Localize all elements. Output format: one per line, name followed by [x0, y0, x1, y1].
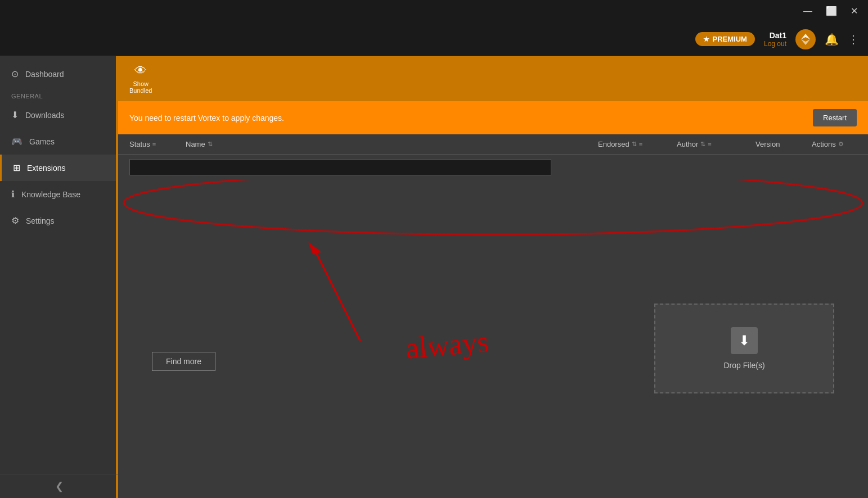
more-menu-icon[interactable]: ⋮ — [848, 33, 859, 46]
main-content: 👁 Show Bundled You need to restart Vorte… — [118, 56, 868, 498]
eye-icon: 👁 — [134, 64, 147, 78]
sidebar-item-downloads[interactable]: ⬇ Downloads — [0, 102, 118, 128]
drop-zone-label: Drop File(s) — [723, 361, 764, 370]
empty-area: always Find more ⬇ Drop File(s) — [118, 180, 868, 416]
sidebar-item-label-dashboard: Dashboard — [25, 70, 64, 79]
sidebar-item-dashboard[interactable]: ⊙ Dashboard — [0, 61, 118, 87]
logout-link[interactable]: Log out — [764, 40, 786, 48]
titlebar: — ⬜ ✕ — [0, 0, 868, 22]
sidebar-item-knowledge-base[interactable]: ℹ Knowledge Base — [0, 181, 118, 207]
status-list-icon[interactable]: ≡ — [152, 141, 156, 148]
notifications-icon[interactable]: 🔔 — [825, 33, 839, 46]
close-button[interactable]: ✕ — [847, 6, 861, 17]
endorsed-sort-icon[interactable]: ⇅ — [632, 141, 637, 148]
sidebar-item-label-downloads: Downloads — [25, 111, 64, 120]
find-more-button[interactable]: Find more — [152, 352, 215, 371]
search-row — [118, 155, 868, 180]
premium-label: PREMIUM — [713, 35, 747, 43]
titlebar-controls: — ⬜ ✕ — [800, 6, 861, 17]
restart-message: You need to restart Vortex to apply chan… — [129, 114, 284, 123]
search-input[interactable] — [129, 159, 551, 175]
app-body: ⊙ Dashboard General ⬇ Downloads 🎮 Games … — [0, 56, 868, 498]
endorsed-list-icon[interactable]: ≡ — [639, 141, 642, 148]
sidebar-item-extensions[interactable]: ⊞ Extensions — [0, 155, 118, 181]
premium-badge[interactable]: ★ PREMIUM — [695, 32, 755, 46]
svg-marker-1 — [308, 242, 321, 255]
restart-banner: You need to restart Vortex to apply chan… — [118, 101, 868, 134]
drop-zone[interactable]: ⬇ Drop File(s) — [654, 304, 834, 393]
show-bundled-toolbar-item[interactable]: 👁 Show Bundled — [129, 64, 152, 94]
toolbar-strip: 👁 Show Bundled — [118, 56, 868, 101]
header: ★ PREMIUM Dat1 Log out 🔔 ⋮ — [0, 22, 868, 56]
settings-icon: ⚙ — [11, 215, 19, 226]
premium-star-icon: ★ — [703, 35, 709, 43]
user-info: Dat1 Log out — [764, 31, 786, 48]
name-column-header: Name ⇅ — [186, 140, 587, 148]
svg-text:always: always — [404, 324, 491, 365]
sidebar-item-label-games: Games — [29, 137, 55, 146]
extensions-icon: ⊞ — [13, 162, 20, 173]
status-column-header: Status ≡ — [129, 140, 174, 148]
knowledge-base-icon: ℹ — [11, 189, 15, 200]
table-header: Status ≡ Name ⇅ Endorsed ⇅ ≡ Author ⇅ ≡ — [118, 134, 868, 155]
maximize-button[interactable]: ⬜ — [822, 6, 840, 17]
show-bundled-label: Show Bundled — [129, 80, 152, 94]
author-sort-icon[interactable]: ⇅ — [700, 141, 705, 148]
sidebar-bottom: ❮ — [0, 474, 118, 498]
sidebar-item-settings[interactable]: ⚙ Settings — [0, 207, 118, 234]
restart-button[interactable]: Restart — [813, 109, 857, 126]
author-column-header: Author ⇅ ≡ — [677, 140, 744, 148]
sidebar-item-label-knowledge-base: Knowledge Base — [21, 190, 80, 199]
sidebar: ⊙ Dashboard General ⬇ Downloads 🎮 Games … — [0, 56, 118, 498]
collapse-sidebar-button[interactable]: ❮ — [55, 480, 64, 492]
sidebar-item-label-extensions: Extensions — [27, 164, 65, 173]
sidebar-item-games[interactable]: 🎮 Games — [0, 128, 118, 155]
downloads-icon: ⬇ — [11, 110, 19, 120]
username: Dat1 — [770, 31, 786, 40]
author-list-icon[interactable]: ≡ — [708, 141, 711, 148]
endorsed-column-header: Endorsed ⇅ ≡ — [598, 140, 665, 148]
minimize-button[interactable]: — — [800, 6, 816, 17]
svg-point-0 — [124, 180, 862, 234]
vortex-logo — [795, 29, 816, 49]
actions-column-header: Actions ⚙ — [812, 140, 857, 148]
games-icon: 🎮 — [11, 136, 23, 147]
dashboard-icon: ⊙ — [11, 69, 19, 79]
sidebar-item-label-settings: Settings — [26, 216, 55, 225]
content-area: You need to restart Vortex to apply chan… — [118, 101, 868, 498]
actions-gear-icon[interactable]: ⚙ — [838, 141, 844, 148]
drop-icon: ⬇ — [731, 327, 758, 354]
version-column-header: Version — [755, 140, 800, 148]
general-section-label: General — [0, 87, 118, 102]
name-sort-icon[interactable]: ⇅ — [208, 141, 213, 148]
